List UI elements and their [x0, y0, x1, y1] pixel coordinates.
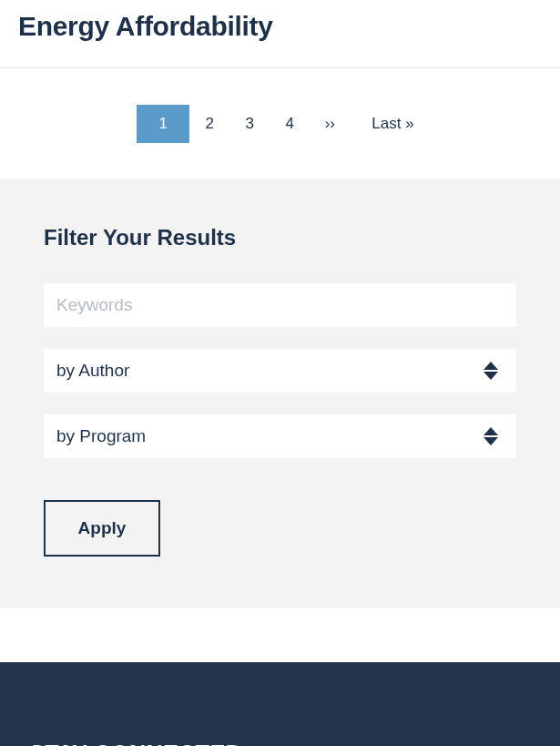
pager-last[interactable]: Last »	[362, 105, 423, 143]
sort-icon	[484, 427, 498, 445]
gap-section	[0, 608, 560, 662]
footer-heading: STAY CONNECTED	[29, 741, 531, 746]
apply-button[interactable]: Apply	[44, 500, 160, 557]
program-select[interactable]: by Program	[44, 414, 516, 458]
filter-heading: Filter Your Results	[44, 225, 516, 250]
author-select-label: by Author	[56, 361, 129, 381]
pagination: 1 2 3 4 ›› Last »	[0, 68, 560, 179]
pager-page-2[interactable]: 2	[189, 105, 229, 143]
footer-section: STAY CONNECTED	[0, 662, 560, 746]
page-title: Energy Affordability	[18, 11, 542, 42]
pager-page-4[interactable]: 4	[270, 105, 310, 143]
pager-page-1[interactable]: 1	[137, 105, 189, 143]
header-section: Energy Affordability	[0, 0, 560, 68]
pager-next[interactable]: ››	[310, 105, 350, 143]
sort-icon	[484, 362, 498, 380]
filter-section: Filter Your Results by Author by Program…	[0, 179, 560, 608]
program-select-label: by Program	[56, 426, 146, 446]
keywords-input[interactable]	[44, 283, 516, 327]
author-select[interactable]: by Author	[44, 349, 516, 393]
pager-page-3[interactable]: 3	[229, 105, 270, 143]
